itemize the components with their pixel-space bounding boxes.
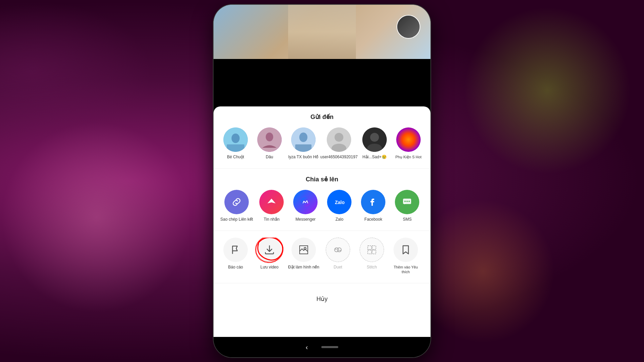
flag-icon xyxy=(223,238,248,262)
action-save-video[interactable]: Lưu video xyxy=(254,238,285,275)
contact-avatar-5 xyxy=(362,127,387,152)
facebook-label: Facebook xyxy=(364,217,382,222)
contact-name-3: lyza TX buôn Hồ xyxy=(288,155,319,160)
back-button[interactable]: ‹ xyxy=(306,343,308,351)
svg-point-12 xyxy=(370,133,379,142)
svg-point-16 xyxy=(301,197,310,207)
contact-item[interactable]: Phụ Kiện S Hot xyxy=(393,127,424,160)
video-background xyxy=(214,5,430,59)
home-indicator[interactable] xyxy=(321,346,338,348)
contact-item[interactable]: Hải...Sad+😢 xyxy=(359,127,390,160)
svg-point-14 xyxy=(396,127,421,152)
messenger-icon xyxy=(293,190,318,214)
contact-avatar-4 xyxy=(327,127,351,152)
divider-3 xyxy=(214,283,430,283)
svg-point-4 xyxy=(266,133,273,141)
top-right-avatar[interactable] xyxy=(397,15,420,39)
svg-text:Zalo: Zalo xyxy=(335,200,345,205)
share-zalo[interactable]: Zalo Zalo xyxy=(324,190,355,222)
message-label: Tin nhắn xyxy=(264,217,280,222)
share-sms[interactable]: SMS xyxy=(392,190,422,222)
phone-wrapper: Gửi đến Bé Chuột xyxy=(214,5,430,357)
sms-label: SMS xyxy=(403,217,411,222)
wallpaper-label: Đặt làm hình nền xyxy=(288,265,319,270)
bookmark-icon xyxy=(394,238,418,262)
bottom-sheet: Gửi đến Bé Chuột xyxy=(214,106,430,337)
share-messenger[interactable]: Messenger xyxy=(290,190,321,222)
sms-icon xyxy=(395,190,419,214)
action-wallpaper[interactable]: Đặt làm hình nền xyxy=(288,238,319,275)
send-to-title: Gửi đến xyxy=(214,113,430,121)
svg-rect-2 xyxy=(227,144,244,152)
download-icon xyxy=(257,238,282,262)
svg-rect-26 xyxy=(368,246,371,249)
contact-avatar-6 xyxy=(396,127,421,152)
svg-point-19 xyxy=(404,201,406,202)
svg-rect-27 xyxy=(372,246,376,249)
messenger-label: Messenger xyxy=(296,217,316,222)
save-video-label: Lưu video xyxy=(260,265,278,270)
zalo-icon: Zalo xyxy=(327,190,351,214)
action-bookmark[interactable]: Thêm vào Yêu thích xyxy=(390,238,421,275)
svg-rect-29 xyxy=(372,250,376,254)
action-duet[interactable]: Duet xyxy=(323,238,353,275)
contacts-row: Bé Chuột Dâu xyxy=(214,127,430,160)
nav-bar: ‹ xyxy=(214,337,430,357)
svg-rect-7 xyxy=(295,144,311,152)
duet-label: Duet xyxy=(334,265,342,270)
share-facebook[interactable]: Facebook xyxy=(358,190,388,222)
divider-1 xyxy=(214,168,430,169)
report-label: Báo cáo xyxy=(228,265,243,270)
link-icon xyxy=(224,190,249,214)
divider-2 xyxy=(214,230,430,231)
copy-link-label: Sao chép Liên kết xyxy=(220,217,253,222)
zalo-label: Zalo xyxy=(336,217,343,222)
svg-marker-15 xyxy=(267,199,276,203)
contact-name-4: user4650643920197 xyxy=(320,155,358,160)
share-apps-row: Sao chép Liên kết Tin nhắn xyxy=(214,190,430,222)
message-icon xyxy=(259,190,284,214)
contact-avatar-1 xyxy=(223,127,248,152)
contact-name-1: Bé Chuột xyxy=(227,155,244,160)
bookmark-label: Thêm vào Yêu thích xyxy=(390,265,421,275)
action-stitch[interactable]: Stitch xyxy=(357,238,387,275)
share-message[interactable]: Tin nhắn xyxy=(256,190,287,222)
actions-row: Báo cáo xyxy=(214,238,430,275)
contact-name-2: Dâu xyxy=(266,155,273,160)
contact-item[interactable]: lyza TX buôn Hồ xyxy=(288,127,319,160)
contact-item[interactable]: Dâu xyxy=(254,127,285,160)
svg-rect-28 xyxy=(368,250,371,254)
svg-point-1 xyxy=(232,134,240,143)
cancel-button[interactable]: Hủy xyxy=(214,290,430,308)
contact-name-5: Hải...Sad+😢 xyxy=(362,155,387,160)
svg-point-20 xyxy=(406,201,408,202)
svg-point-9 xyxy=(335,133,343,142)
svg-point-6 xyxy=(299,133,307,142)
phone-screen: Gửi đến Bé Chuột xyxy=(214,5,430,357)
contact-name-6: Phụ Kiện S Hot xyxy=(396,155,422,159)
contact-item[interactable]: user4650643920197 xyxy=(322,127,356,160)
contact-avatar-3 xyxy=(291,127,316,152)
svg-point-21 xyxy=(408,201,410,202)
share-copy-link[interactable]: Sao chép Liên kết xyxy=(220,190,253,222)
stitch-icon xyxy=(360,238,384,262)
contact-avatar-2 xyxy=(257,127,282,152)
wallpaper-icon xyxy=(291,238,316,262)
action-report[interactable]: Báo cáo xyxy=(220,238,251,275)
phone-frame: Gửi đến Bé Chuột xyxy=(214,5,430,357)
svg-point-25 xyxy=(337,248,341,252)
facebook-icon xyxy=(361,190,385,214)
stitch-label: Stitch xyxy=(367,265,377,270)
duet-icon xyxy=(326,238,350,262)
share-on-title: Chia sẻ lên xyxy=(214,176,430,183)
contact-item[interactable]: Bé Chuột xyxy=(220,127,251,160)
